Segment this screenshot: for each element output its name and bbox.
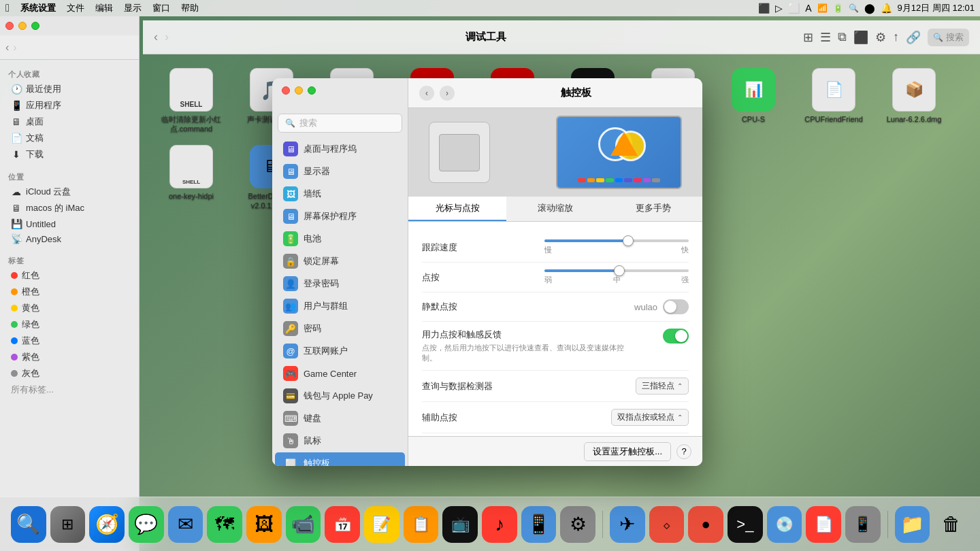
minimize-button[interactable]: [18, 22, 27, 30]
sidebar-item-recent[interactable]: 🕐 最近使用: [3, 81, 136, 97]
back-btn[interactable]: ‹: [5, 41, 9, 54]
help-btn[interactable]: ?: [676, 444, 691, 459]
prefs-item-gamecenter[interactable]: 🎮 Game Center: [275, 363, 405, 384]
menu-notification-icon[interactable]: 🔔: [881, 3, 892, 14]
column-view-icon[interactable]: ⧉: [838, 30, 847, 44]
click-slider-container[interactable]: 弱 中 强: [544, 269, 689, 285]
desktop-file-shell1[interactable]: SHELL 临时清除更新小红点.command: [154, 65, 229, 137]
dock-facetime[interactable]: 📹: [286, 506, 321, 543]
search-box[interactable]: 🔍 搜索: [928, 29, 969, 46]
dock-mail[interactable]: ✉: [168, 506, 203, 543]
menu-edit[interactable]: 编辑: [95, 2, 113, 14]
prefs-item-internet[interactable]: @ 互联网账户: [275, 340, 405, 362]
dock-pdf[interactable]: 📄: [806, 506, 841, 543]
dock-airmail[interactable]: ✈: [610, 506, 645, 543]
menu-battery-icon[interactable]: 🔋: [833, 3, 843, 13]
menu-file[interactable]: 文件: [67, 2, 84, 14]
dock-photos[interactable]: 🖼: [246, 506, 282, 543]
prefs-item-password[interactable]: 👤 登录密码: [275, 273, 405, 295]
prefs-nav-back[interactable]: ‹: [419, 86, 434, 101]
prefs-item-wallet[interactable]: 💳 钱包与 Apple Pay: [275, 385, 405, 407]
tab-scroll-zoom[interactable]: 滚动缩放: [506, 197, 604, 221]
group-icon[interactable]: 🔗: [906, 30, 921, 45]
prefs-item-desktop-dock[interactable]: 🖥 桌面与程序坞: [275, 138, 405, 160]
desktop-file-lunar[interactable]: 📦 Lunar-6.2.6.dmg: [877, 65, 951, 137]
dock-trash[interactable]: 🗑: [934, 506, 969, 543]
prefs-item-screensaver[interactable]: 🖥 屏幕保护程序: [275, 205, 405, 227]
menu-help[interactable]: 帮助: [181, 2, 199, 14]
dock-iphone-mirror[interactable]: 📱: [845, 506, 881, 543]
nav-forward-icon[interactable]: ›: [165, 30, 169, 44]
menu-keyboard-icon[interactable]: A: [805, 3, 811, 14]
silent-click-toggle[interactable]: [663, 299, 689, 314]
dock-diskutility[interactable]: 💿: [767, 506, 802, 543]
dock-git[interactable]: ⬦: [649, 506, 685, 543]
dock-finder[interactable]: 🔍: [11, 506, 46, 543]
dock-safari[interactable]: 🧭: [89, 506, 125, 543]
prefs-search-bar[interactable]: 🔍 搜索: [278, 114, 402, 133]
prefs-item-display[interactable]: 🖥 显示器: [275, 161, 405, 182]
dock-screens[interactable]: ●: [688, 506, 723, 543]
dock-appletv[interactable]: 📺: [442, 506, 478, 543]
sidebar-item-downloads[interactable]: ⬇ 下载: [3, 146, 136, 163]
list-view-icon[interactable]: ☰: [820, 30, 831, 45]
dock-launchpad[interactable]: ⊞: [50, 506, 86, 543]
close-button[interactable]: [5, 22, 14, 30]
prefs-item-keyboard[interactable]: ⌨ 键盘: [275, 407, 405, 429]
prefs-item-users[interactable]: 👥 用户与群组: [275, 295, 405, 317]
maximize-button[interactable]: [31, 22, 39, 30]
nav-back-icon[interactable]: ‹: [154, 30, 158, 44]
tracking-speed-thumb[interactable]: [623, 235, 634, 246]
prefs-nav-forward[interactable]: ›: [440, 86, 455, 101]
menu-control-icon[interactable]: ⬤: [864, 3, 875, 14]
sidebar-item-anydesk[interactable]: 📡 AnyDesk: [3, 231, 136, 246]
sidebar-tag-purple[interactable]: 紫色: [3, 349, 136, 365]
dock-sysprefs[interactable]: ⚙: [560, 506, 595, 543]
sidebar-item-desktop[interactable]: 🖥 桌面: [3, 114, 136, 130]
action-icon[interactable]: ⚙: [875, 30, 886, 45]
menu-system-prefs[interactable]: 系统设置: [20, 2, 56, 14]
sidebar-item-apps[interactable]: 📱 应用程序: [3, 97, 136, 114]
menu-window-icon[interactable]: ⬜: [788, 3, 800, 14]
sidebar-item-imac[interactable]: 🖥 macos 的 iMac: [3, 200, 136, 216]
dock-reminders[interactable]: 📋: [404, 506, 439, 543]
dock-terminal[interactable]: >_: [728, 506, 763, 543]
sysprefs-max-btn[interactable]: [308, 86, 316, 95]
menu-wifi-icon[interactable]: 📶: [817, 3, 828, 13]
menu-screen-icon[interactable]: ⬛: [758, 3, 770, 14]
tracking-speed-slider-container[interactable]: 慢 快: [544, 239, 689, 255]
sidebar-tag-gray[interactable]: 灰色: [3, 365, 136, 382]
prefs-item-wallpaper[interactable]: 🖼 墙纸: [275, 183, 405, 205]
grid-view-icon[interactable]: ⊞: [803, 30, 813, 45]
dock-notes[interactable]: 📝: [364, 506, 399, 543]
tab-more-gestures[interactable]: 更多手势: [604, 197, 702, 221]
menu-view[interactable]: 显示: [124, 2, 142, 14]
bluetooth-trackpad-btn[interactable]: 设置蓝牙触控板...: [584, 442, 671, 461]
menu-airplay-icon[interactable]: ▷: [775, 3, 783, 14]
desktop-file-shell3[interactable]: SHELL one-key-hidpi: [154, 142, 229, 214]
sidebar-tag-all[interactable]: 所有标签...: [3, 382, 136, 398]
sidebar-tag-blue[interactable]: 蓝色: [3, 333, 136, 349]
desktop-file-cpufriend[interactable]: 📄 CPUFriendFriend: [796, 65, 871, 137]
dock-messages[interactable]: 💬: [129, 506, 164, 543]
tab-cursor-click[interactable]: 光标与点按: [408, 197, 506, 221]
sidebar-item-icloud[interactable]: ☁ iCloud 云盘: [3, 184, 136, 200]
dock-maps[interactable]: 🗺: [207, 506, 242, 543]
menu-window[interactable]: 窗口: [152, 2, 170, 14]
sidebar-tag-orange[interactable]: 橙色: [3, 284, 136, 300]
sysprefs-min-btn[interactable]: [295, 86, 303, 95]
sidebar-item-docs[interactable]: 📄 文稿: [3, 130, 136, 146]
forward-btn[interactable]: ›: [13, 41, 16, 54]
desktop-app-cpus[interactable]: 📊 CPU-S: [716, 65, 791, 137]
prefs-item-passwords[interactable]: 🔑 密码: [275, 318, 405, 339]
dock-music[interactable]: ♪: [482, 506, 517, 543]
force-click-toggle[interactable]: [663, 329, 689, 344]
menu-search-icon[interactable]: 🔍: [849, 3, 859, 13]
prefs-item-trackpad[interactable]: ⬜ 触控板: [275, 452, 405, 466]
dock-folder[interactable]: 📁: [895, 506, 930, 543]
sysprefs-close-btn[interactable]: [282, 86, 290, 95]
lookup-select[interactable]: 三指轻点 ⌃: [636, 378, 689, 395]
prefs-item-mouse[interactable]: 🖱 鼠标: [275, 430, 405, 452]
sidebar-item-untitled[interactable]: 💾 Untitled: [3, 216, 136, 231]
sidebar-tag-yellow[interactable]: 黄色: [3, 300, 136, 316]
